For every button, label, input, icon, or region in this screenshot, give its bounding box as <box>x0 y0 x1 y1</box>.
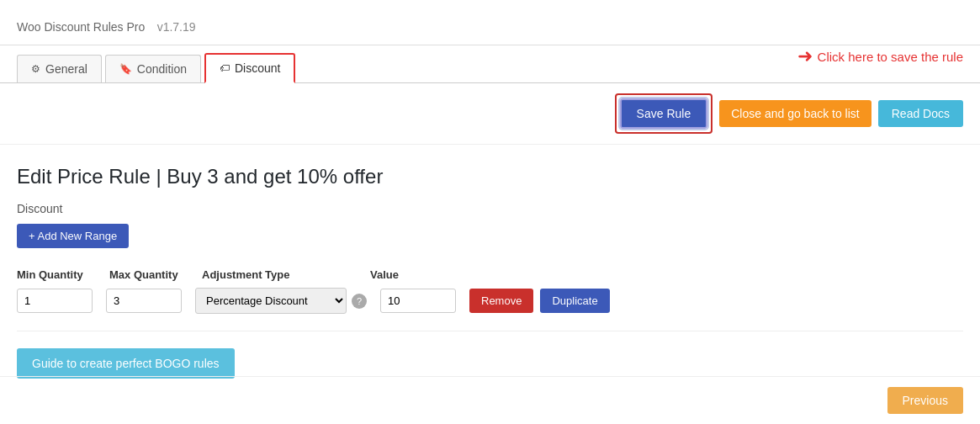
click-hint: ➜ Click here to save the rule <box>797 45 963 67</box>
close-button[interactable]: Close and go back to list <box>719 100 871 127</box>
divider <box>17 331 963 331</box>
discount-section-label: Discount <box>17 202 963 215</box>
read-docs-button[interactable]: Read Docs <box>878 100 963 127</box>
tag-icon: 🔖 <box>119 63 132 75</box>
main-content: Edit Price Rule | Buy 3 and get 10% offe… <box>0 145 980 399</box>
app-header: Woo Discount Rules Pro v1.7.19 <box>0 0 980 45</box>
page-title: Edit Price Rule | Buy 3 and get 10% offe… <box>17 165 963 188</box>
col-header-max-qty: Max Quantity <box>109 268 202 281</box>
col-header-min-qty: Min Quantity <box>17 268 109 281</box>
tab-condition-label: Condition <box>137 62 187 76</box>
discount-icon: 🏷 <box>220 62 230 74</box>
app-version: v1.7.19 <box>157 20 196 34</box>
tab-discount-label: Discount <box>235 61 280 75</box>
app-title-text: Woo Discount Rules Pro <box>17 20 145 34</box>
remove-button[interactable]: Remove <box>469 289 533 313</box>
previous-button[interactable]: Previous <box>887 387 963 414</box>
duplicate-button[interactable]: Duplicate <box>540 289 609 313</box>
arrow-icon: ➜ <box>797 45 813 67</box>
range-row: Percentage Discount Fixed Discount Fixed… <box>17 288 963 314</box>
guide-button[interactable]: Guide to create perfect BOGO rules <box>17 348 235 379</box>
min-qty-input[interactable] <box>17 289 93 313</box>
tab-general-label: General <box>45 62 87 76</box>
col-header-adj-type: Adjustment Type <box>202 268 370 281</box>
value-input[interactable] <box>380 289 456 313</box>
tab-discount[interactable]: 🏷 Discount <box>204 53 295 83</box>
tab-general[interactable]: ⚙ General <box>17 55 102 82</box>
toolbar: Save Rule Close and go back to list Read… <box>0 83 980 145</box>
max-qty-input[interactable] <box>106 289 182 313</box>
save-rule-highlight: Save Rule <box>615 93 713 134</box>
add-range-button[interactable]: + Add New Range <box>17 224 129 248</box>
adj-type-select[interactable]: Percentage Discount Fixed Discount Fixed… <box>195 288 347 314</box>
bottom-bar: Previous <box>0 376 980 424</box>
click-hint-text: Click here to save the rule <box>818 50 963 64</box>
app-title: Woo Discount Rules Pro v1.7.19 <box>17 13 963 36</box>
save-rule-button[interactable]: Save Rule <box>620 98 708 129</box>
help-icon[interactable]: ? <box>352 294 367 309</box>
tab-condition[interactable]: 🔖 Condition <box>105 55 201 82</box>
col-header-value: Value <box>370 268 446 281</box>
adj-type-wrapper: Percentage Discount Fixed Discount Fixed… <box>195 288 367 314</box>
gear-icon: ⚙ <box>31 63 40 75</box>
range-table-header: Min Quantity Max Quantity Adjustment Typ… <box>17 268 963 281</box>
